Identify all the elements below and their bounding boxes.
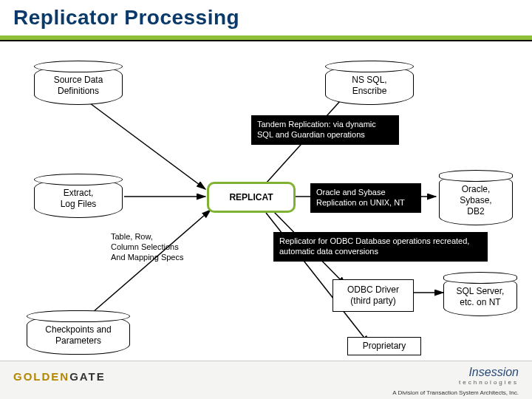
cylinder-ns-sql: NS SQL,Enscribe xyxy=(325,65,414,105)
process-replicat: REPLICAT xyxy=(207,182,296,213)
diagram-canvas: Source DataDefinitions NS SQL,Enscribe T… xyxy=(0,41,532,366)
slide-footer: GOLDENGATE Insession technologies A Divi… xyxy=(0,361,532,399)
note-text: Replicator for ODBC Database operations … xyxy=(279,236,469,256)
note-oracle-sybase-unix: Oracle and Sybase Replication on UNIX, N… xyxy=(310,183,421,213)
logo-insession-sub: technologies xyxy=(459,379,519,386)
box-odbc-driver: ODBC Driver(third party) xyxy=(332,279,414,312)
cylinder-label: NS SQL,Enscribe xyxy=(330,75,409,97)
logo-goldengate: GOLDENGATE xyxy=(13,370,106,383)
cylinder-source-data: Source DataDefinitions xyxy=(34,65,123,105)
cylinder-extract-log: Extract,Log Files xyxy=(34,178,123,218)
cylinder-label: Source DataDefinitions xyxy=(39,75,117,97)
cylinder-label: SQL Server,etc. on NT xyxy=(449,286,512,308)
slide-title: Replicator Processing xyxy=(13,6,519,30)
process-label: REPLICAT xyxy=(229,192,273,202)
cylinder-oracle-sybase-db2: Oracle,Sybase,DB2 xyxy=(439,174,513,225)
cylinder-label: Oracle,Sybase,DB2 xyxy=(444,184,508,217)
note-tandem-replication: Tandem Replication: via dynamic SQL and … xyxy=(251,115,399,145)
logo-insession: Insession technologies xyxy=(459,366,519,386)
logo-part-gate: GATE xyxy=(69,370,106,383)
box-label: Proprietary xyxy=(363,341,406,351)
note-odbc-recreated: Replicator for ODBC Database operations … xyxy=(273,232,488,262)
footer-division-text: A Division of Transaction System Archite… xyxy=(392,389,519,396)
note-text: Tandem Replication: via dynamic SQL and … xyxy=(257,120,376,139)
note-text: Oracle and Sybase Replication on UNIX, N… xyxy=(316,188,405,207)
logo-insession-text: Insession xyxy=(468,366,519,378)
cylinder-sql-server: SQL Server,etc. on NT xyxy=(443,276,517,316)
box-proprietary: Proprietary xyxy=(347,337,421,355)
label-text: Table, Row,Column SelectionsAnd Mapping … xyxy=(111,232,183,262)
svg-line-2 xyxy=(81,210,211,322)
slide-title-bar: Replicator Processing xyxy=(0,0,532,33)
cylinder-label: Checkpoints andParameters xyxy=(32,324,125,347)
label-table-row-mapping: Table, Row,Column SelectionsAnd Mapping … xyxy=(111,232,207,262)
logo-part-golden: GOLDEN xyxy=(13,370,69,383)
cylinder-checkpoints: Checkpoints andParameters xyxy=(27,315,130,355)
box-label: ODBC Driver(third party) xyxy=(347,284,399,306)
cylinder-label: Extract,Log Files xyxy=(39,188,117,210)
